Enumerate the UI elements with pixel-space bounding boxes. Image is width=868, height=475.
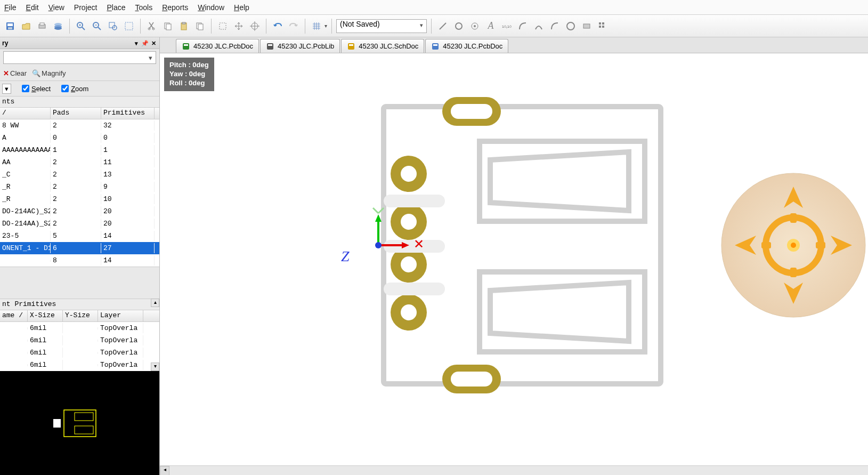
magnify-button[interactable]: 🔍 Magnify [30,68,68,78]
menu-tools[interactable]: Tools [135,3,152,12]
pcol-layer[interactable]: Layer [98,310,143,321]
pcell-ysize [63,364,98,366]
table-row[interactable]: 6mil TopOverla [0,359,159,371]
cell-name: _R [0,182,51,192]
array-icon[interactable] [596,19,610,33]
document-tab[interactable]: 45230 JLC.PcbLib [260,39,340,53]
pcell-ysize [63,327,98,329]
cell-pads: 6 [51,243,101,253]
nav-compass[interactable] [719,171,868,320]
col-pads[interactable]: Pads [51,108,101,119]
pcol-xsize[interactable]: X-Size [28,310,63,321]
panel-close-icon[interactable]: ✕ [150,39,157,47]
svg-rect-82 [790,268,797,277]
magnify-label: Magnify [42,69,66,77]
scroll-left-icon[interactable]: ◂ [160,466,169,475]
stack-icon[interactable] [51,19,65,33]
scroll-down-icon[interactable]: ▾ [151,363,159,371]
table-row[interactable]: _C 2 13 [0,168,159,181]
zoom-out-icon[interactable] [90,19,104,33]
table-row[interactable]: 6mil TopOverla [0,322,159,334]
redo-icon[interactable] [287,19,301,33]
scroll-up-icon[interactable]: ▴ [151,299,159,307]
table-row[interactable]: DO-214AC)_S2 2 20 [0,205,159,218]
menu-window[interactable]: Window [198,3,224,12]
arc-center-icon[interactable] [532,19,546,33]
crosshair-icon[interactable] [248,19,262,33]
table-row[interactable]: _R 2 9 [0,181,159,193]
primitives-scrollbar[interactable]: ▴ ▾ [151,299,159,371]
grid-icon[interactable] [310,19,323,33]
svg-rect-49 [349,44,353,46]
table-row[interactable]: _R 2 10 [0,193,159,205]
zoom-checkbox[interactable]: Zoom [61,85,88,93]
zoom-in-icon[interactable] [74,19,88,33]
table-row[interactable]: 6mil TopOverla [0,347,159,359]
dropdown-small[interactable]: ▾ [2,84,11,94]
rect-icon[interactable] [580,19,594,33]
document-tab[interactable]: 45230 JLC.SchDoc [341,39,424,53]
document-tab[interactable]: 45230 JLC.PcbDoc [425,39,508,53]
col-prims[interactable]: Primitives [101,108,155,119]
cell-pads: 2 [51,206,101,216]
pcell-layer: TopOverla [98,360,143,370]
cell-name: _C [0,170,51,180]
line-icon[interactable] [436,19,450,33]
arc-full-icon[interactable] [516,19,530,33]
table-row[interactable]: 8 14 [0,254,159,267]
table-row[interactable]: 23-5 5 14 [0,230,159,242]
full-circle-icon[interactable] [564,19,578,33]
cell-pads: 1 [51,145,101,155]
circle-icon[interactable] [452,19,466,33]
zoom-select-icon[interactable] [122,19,136,33]
paste-icon[interactable] [177,19,191,33]
zoom-check-input[interactable] [61,85,69,92]
profile-combo[interactable]: (Not Saved) [336,19,427,33]
copy-icon[interactable] [161,19,175,33]
select-rect-icon[interactable] [216,19,230,33]
document-tab[interactable]: 45230 JLC.PcbDoc [176,39,259,53]
print-icon[interactable] [35,19,49,33]
pcol-name[interactable]: ame / [0,310,28,321]
save-icon[interactable] [3,19,17,33]
select-checkbox[interactable]: Select [22,85,51,93]
text-icon[interactable]: A [484,19,498,33]
cut-icon[interactable] [145,19,159,33]
copy2-icon[interactable] [193,19,207,33]
table-row[interactable]: 6mil TopOverla [0,334,159,347]
menu-place[interactable]: Place [107,3,125,12]
clear-button[interactable]: ✕ Clear [1,68,29,78]
svg-text:✕: ✕ [413,237,424,251]
svg-rect-45 [184,44,188,46]
library-selector[interactable] [3,51,156,64]
table-row[interactable]: AAAAAAAAAAAA 1 1 [0,144,159,156]
pcol-ysize[interactable]: Y-Size [63,310,98,321]
bottom-scrollbar[interactable]: ◂ [160,465,868,475]
menu-project[interactable]: Project [74,3,98,12]
menu-view[interactable]: View [48,3,64,12]
cell-prims: 0 [101,133,155,143]
col-name[interactable]: / [0,108,51,119]
zoom-window-icon[interactable] [106,19,120,33]
select-check-input[interactable] [22,85,29,92]
table-row[interactable]: ONENT_1 - D1 6 27 [0,242,159,254]
panel-dropdown-icon[interactable]: ▾ [133,39,140,47]
cell-pads: 2 [51,157,101,167]
canvas-3d[interactable]: Pitch : 0deg Yaw : 0deg Roll : 0deg [160,53,868,465]
table-row[interactable]: AA 2 11 [0,156,159,168]
dimension-icon[interactable]: ₁₀,₁₀ [500,19,514,33]
table-row[interactable]: DO-214AA)_S2 2 20 [0,218,159,230]
table-row[interactable]: A 0 0 [0,132,159,144]
arc-edge-icon[interactable] [548,19,562,33]
menu-reports[interactable]: Reports [162,3,188,12]
menu-file[interactable]: File [4,3,17,12]
table-row[interactable]: 8 WW 2 32 [0,119,159,132]
menu-help[interactable]: Help [234,3,249,12]
undo-icon[interactable] [271,19,285,33]
open-icon[interactable] [19,19,33,33]
target-icon[interactable] [468,19,482,33]
primitives-head-row: ame / X-Size Y-Size Layer [0,310,159,322]
move-icon[interactable] [232,19,246,33]
panel-pin-icon[interactable]: 📌 [141,39,149,47]
menu-edit[interactable]: Edit [26,3,39,12]
